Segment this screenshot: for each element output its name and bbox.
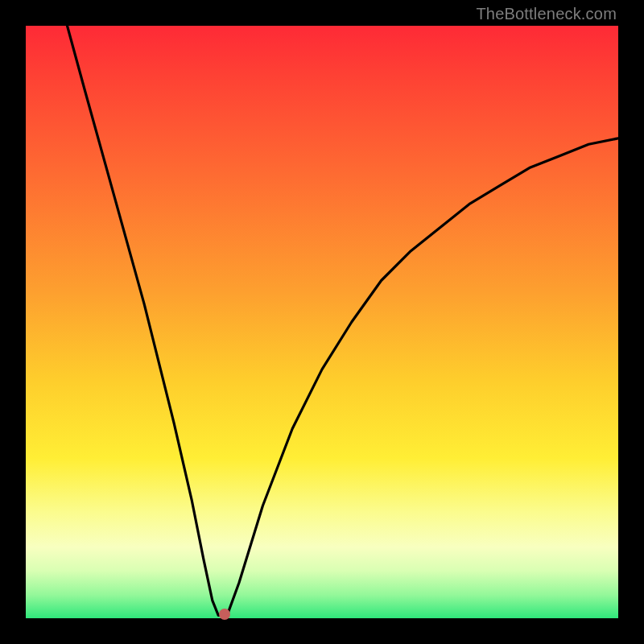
bottleneck-curve <box>68 26 619 615</box>
minimum-marker <box>219 609 230 620</box>
chart-frame: TheBottleneck.com <box>0 0 644 644</box>
curve-svg <box>26 26 618 618</box>
watermark-text: TheBottleneck.com <box>476 5 617 23</box>
plot-area <box>26 26 618 618</box>
